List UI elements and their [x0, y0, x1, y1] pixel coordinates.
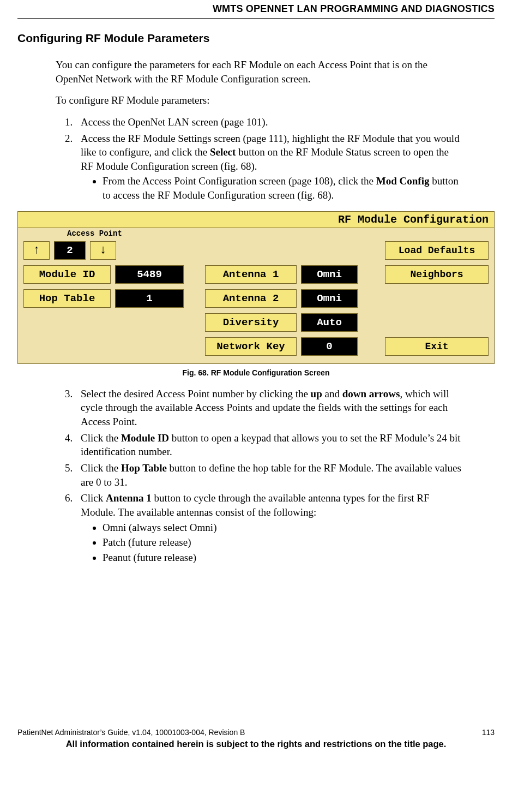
step-6-sub-2: Patch (future release)	[103, 535, 462, 550]
step-6: Click Antenna 1 button to cycle through …	[75, 491, 462, 564]
step-5-bold: Hop Table	[121, 462, 167, 474]
footer-left: PatientNet Administrator’s Guide, v1.04,…	[17, 728, 245, 737]
step-2-sub-1: From the Access Point Configuration scre…	[103, 174, 462, 202]
load-defaults-button[interactable]: Load Defaults	[385, 241, 489, 260]
page-footer: PatientNet Administrator’s Guide, v1.04,…	[17, 728, 495, 737]
step-6-sub-1: Omni (always select Omni)	[103, 521, 462, 535]
step-6-sublist: Omni (always select Omni) Patch (future …	[81, 521, 462, 565]
rf-module-config-panel: RF Module Configuration Access Point ↑ 2…	[17, 211, 495, 364]
access-point-label: Access Point	[67, 229, 122, 238]
footer-rights: All information contained herein is subj…	[17, 739, 495, 749]
hop-table-value: 1	[115, 289, 184, 308]
steps-list-a: Access the OpenNet LAN screen (page 101)…	[56, 115, 462, 202]
step-2-bold: Select	[210, 146, 236, 158]
step-4: Click the Module ID button to open a key…	[75, 431, 462, 459]
panel-title: RF Module Configuration	[18, 212, 494, 228]
section-title: Configuring RF Module Parameters	[17, 32, 495, 45]
module-id-value: 5489	[115, 265, 184, 284]
hop-table-button[interactable]: Hop Table	[23, 289, 111, 308]
antenna1-value: Omni	[301, 265, 358, 284]
antenna2-button[interactable]: Antenna 2	[205, 289, 297, 308]
step-2: Access the RF Module Settings screen (pa…	[75, 132, 462, 202]
antenna1-button[interactable]: Antenna 1	[205, 265, 297, 284]
diversity-button[interactable]: Diversity	[205, 313, 297, 332]
step-3-bold2: down arrows	[342, 388, 400, 399]
intro-paragraph-2: To configure RF Module parameters:	[56, 93, 462, 108]
step-5: Click the Hop Table button to define the…	[75, 461, 462, 489]
step-2-sub-bold: Mod Config	[376, 175, 430, 187]
ap-up-button[interactable]: ↑	[23, 241, 50, 260]
step-3-bold1: up	[311, 388, 322, 399]
step-1: Access the OpenNet LAN screen (page 101)…	[75, 115, 462, 129]
step-3a: Select the desired Access Point number b…	[81, 388, 311, 399]
step-6-bold: Antenna 1	[106, 492, 152, 504]
diversity-value: Auto	[301, 313, 358, 332]
footer-page-number: 113	[482, 728, 495, 737]
step-3-mid: and	[322, 388, 342, 399]
step-3: Select the desired Access Point number b…	[75, 387, 462, 429]
figure-68: RF Module Configuration Access Point ↑ 2…	[17, 211, 495, 377]
network-key-button[interactable]: Network Key	[205, 337, 297, 356]
step-6-sub-3: Peanut (future release)	[103, 551, 462, 565]
ap-down-button[interactable]: ↓	[90, 241, 116, 260]
step-2-sub-1a: From the Access Point Configuration scre…	[103, 175, 376, 187]
module-id-button[interactable]: Module ID	[23, 265, 111, 284]
step-6a: Click	[81, 492, 106, 504]
step-4-bold: Module ID	[121, 432, 169, 444]
header-rule	[17, 18, 495, 19]
exit-button[interactable]: Exit	[385, 337, 489, 356]
step-5a: Click the	[81, 462, 121, 474]
neighbors-button[interactable]: Neighbors	[385, 265, 489, 284]
steps-list-b: Select the desired Access Point number b…	[56, 387, 462, 565]
ap-value: 2	[54, 241, 86, 260]
step-4a: Click the	[81, 432, 121, 444]
network-key-value: 0	[301, 337, 358, 356]
figure-caption: Fig. 68. RF Module Configuration Screen	[17, 368, 495, 377]
step-2-sublist: From the Access Point Configuration scre…	[81, 174, 462, 202]
intro-paragraph-1: You can configure the parameters for eac…	[56, 58, 462, 86]
antenna2-value: Omni	[301, 289, 358, 308]
running-header: WMTS OPENNET LAN PROGRAMMING AND DIAGNOS…	[17, 3, 495, 15]
